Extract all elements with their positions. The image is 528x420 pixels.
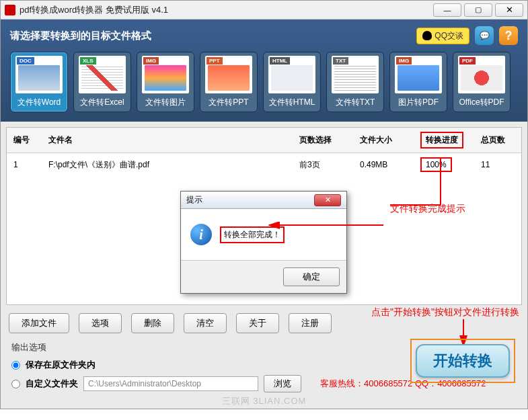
col-name: 文件名 — [42, 128, 293, 153]
maximize-button[interactable]: ▢ — [464, 3, 492, 17]
app-window: pdf转换成word转换器 免费试用版 v4.1 — ▢ ✕ 请选择要转换到的目… — [0, 0, 528, 409]
radio-custom-folder-label: 自定义文件夹 — [26, 378, 78, 390]
dialog-message: 转换全部完成！ — [224, 230, 280, 239]
format-image[interactable]: IMG 文件转图片 — [137, 52, 194, 112]
dialog-close-button[interactable]: ✕ — [314, 194, 341, 206]
clear-button[interactable]: 清空 — [184, 313, 227, 333]
col-progress: 转换进度 — [414, 128, 474, 153]
format-word[interactable]: DOC 文件转Word — [10, 52, 68, 112]
qq-chat-button[interactable]: QQ交谈 — [416, 28, 469, 44]
close-button[interactable]: ✕ — [495, 3, 523, 17]
format-ppt[interactable]: PPT 文件转PPT — [200, 52, 258, 112]
path-input[interactable] — [83, 376, 258, 391]
watermark: 三联网 3LIAN.COM — [222, 395, 307, 407]
format-office2pdf[interactable]: PDF Office转PDF — [453, 52, 511, 112]
delete-button[interactable]: 删除 — [131, 313, 174, 333]
format-row: DOC 文件转Word XLS 文件转Excel IMG 文件转图片 PPT 文… — [10, 52, 518, 112]
qq-label: QQ交谈 — [435, 30, 463, 42]
chat-icon[interactable]: 💬 — [475, 26, 494, 45]
format-html[interactable]: HTML 文件转HTML — [263, 52, 321, 112]
action-row: 添加文件 选项 删除 清空 关于 注册 — [6, 305, 522, 339]
format-txt[interactable]: TXT 文件转TXT — [326, 52, 384, 112]
file-table-area: 编号 文件名 页数选择 文件大小 转换进度 总页数 1 F:\pdf文件\《送别… — [6, 127, 522, 305]
file-table: 编号 文件名 页数选择 文件大小 转换进度 总页数 1 F:\pdf文件\《送别… — [7, 128, 521, 176]
about-button[interactable]: 关于 — [236, 313, 279, 333]
info-dialog: 提示 ✕ i 转换全部完成！ 确定 — [180, 191, 347, 294]
annotation-complete: 文件转换完成提示 — [390, 203, 465, 215]
app-icon — [5, 5, 15, 15]
col-total: 总页数 — [474, 128, 521, 153]
info-icon: i — [190, 224, 212, 245]
header-prompt: 请选择要转换到的目标文件格式 — [10, 30, 151, 42]
radio-custom-folder[interactable] — [11, 380, 20, 388]
content: 编号 文件名 页数选择 文件大小 转换进度 总页数 1 F:\pdf文件\《送别… — [1, 122, 527, 409]
register-button[interactable]: 注册 — [289, 313, 332, 333]
minimize-button[interactable]: — — [433, 3, 461, 17]
dialog-ok-button[interactable]: 确定 — [283, 267, 340, 286]
start-convert-button[interactable]: 开始转换 — [416, 344, 510, 378]
col-size: 文件大小 — [353, 128, 414, 153]
header: 请选择要转换到的目标文件格式 QQ交谈 💬 ? DOC 文件转Word XLS … — [1, 19, 527, 122]
radio-same-folder-label: 保存在原文件夹内 — [26, 359, 96, 371]
qq-penguin-icon — [422, 31, 432, 40]
format-img2pdf[interactable]: IMG 图片转PDF — [389, 52, 447, 112]
table-row[interactable]: 1 F:\pdf文件\《送别》曲谱.pdf 前3页 0.49MB 100% 11 — [7, 153, 521, 177]
add-file-button[interactable]: 添加文件 — [9, 313, 69, 333]
dialog-title: 提示 — [186, 194, 202, 206]
window-title: pdf转换成word转换器 免费试用版 v4.1 — [20, 4, 433, 16]
browse-button[interactable]: 浏览 — [264, 375, 301, 392]
format-excel[interactable]: XLS 文件转Excel — [73, 52, 131, 112]
options-button[interactable]: 选项 — [79, 313, 122, 333]
dialog-message-box: 转换全部完成！ — [220, 226, 285, 243]
dialog-titlebar: 提示 ✕ — [181, 192, 346, 209]
help-icon[interactable]: ? — [499, 26, 518, 45]
col-no: 编号 — [7, 128, 42, 153]
col-pages: 页数选择 — [293, 128, 353, 153]
titlebar: pdf转换成word转换器 免费试用版 v4.1 — ▢ ✕ — [1, 1, 527, 19]
window-controls: — ▢ ✕ — [433, 3, 523, 17]
radio-same-folder[interactable] — [11, 361, 20, 370]
